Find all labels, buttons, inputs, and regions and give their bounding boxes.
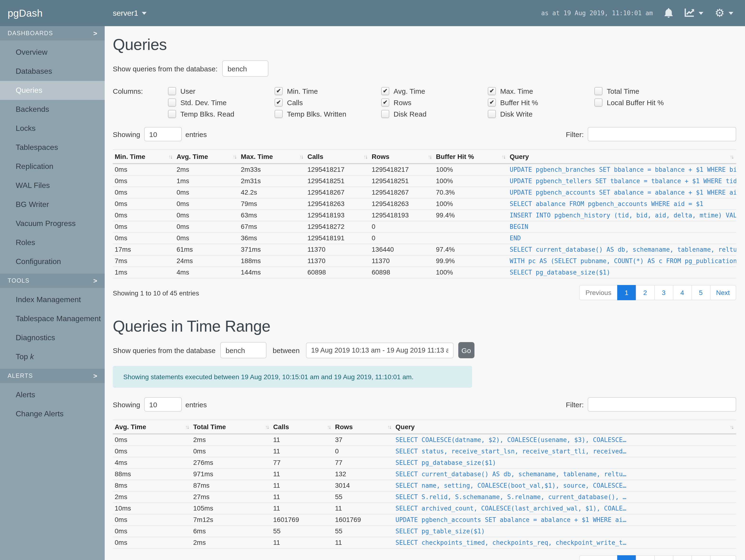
pagination-page-1[interactable]: 1 bbox=[617, 555, 636, 560]
filter-input-2[interactable] bbox=[587, 397, 736, 411]
query-link[interactable]: SELECT abalance FROM pgbench_accounts WH… bbox=[510, 200, 703, 207]
sort-icon[interactable]: ↑↓ bbox=[327, 424, 330, 430]
sort-icon[interactable]: ↑↓ bbox=[730, 424, 733, 430]
query-link[interactable]: SELECT COALESCE(datname, $2), COALESCE(u… bbox=[395, 436, 626, 443]
column-header-avg-time[interactable]: Avg. Time↑↓ bbox=[113, 420, 191, 434]
query-link[interactable]: INSERT INTO pgbench_history (tid, bid, a… bbox=[510, 212, 736, 219]
query-link[interactable]: SELECT status, receive_start_lsn, receiv… bbox=[395, 448, 626, 455]
sort-icon[interactable]: ↑↓ bbox=[168, 154, 172, 159]
query-link[interactable]: WITH pc AS (SELECT pubname, COUNT(*) AS … bbox=[510, 257, 736, 265]
go-button[interactable]: Go bbox=[458, 342, 474, 358]
query-link[interactable]: UPDATE pgbench_accounts SET abalance = a… bbox=[510, 189, 736, 196]
checkbox-std-dev-time[interactable] bbox=[168, 98, 176, 106]
checkbox-calls[interactable] bbox=[274, 98, 283, 106]
pagination-previous[interactable]: Previous bbox=[579, 285, 617, 300]
sidebar-item-wal-files[interactable]: WAL Files bbox=[0, 176, 105, 195]
column-header-query[interactable]: Query↑↓ bbox=[394, 420, 736, 434]
database-input[interactable] bbox=[222, 60, 268, 76]
pagination-previous[interactable]: Previous bbox=[579, 555, 617, 560]
pagination-page-4[interactable]: 4 bbox=[673, 285, 692, 300]
checkbox-disk-read[interactable] bbox=[381, 110, 389, 118]
query-link[interactable]: SELECT pg_table_size($1) bbox=[395, 528, 485, 535]
query-link[interactable]: SELECT S.relid, S.schemaname, S.relname,… bbox=[395, 493, 626, 500]
query-link[interactable]: SELECT current_database() AS db, scheman… bbox=[395, 470, 626, 478]
query-link[interactable]: SELECT pg_database_size($1) bbox=[395, 459, 496, 466]
checkbox-max-time[interactable] bbox=[488, 87, 496, 95]
checkbox-local-buffer-hit[interactable] bbox=[594, 98, 603, 106]
notifications-button[interactable] bbox=[665, 8, 673, 18]
sidebar-item-top-k[interactable]: Top k bbox=[0, 347, 105, 366]
pagination-page-5[interactable]: 5 bbox=[691, 555, 710, 560]
pagination-page-3[interactable]: 3 bbox=[654, 285, 673, 300]
sidebar-item-queries[interactable]: Queries bbox=[0, 81, 105, 100]
sidebar-section-alerts[interactable]: ALERTS> bbox=[0, 369, 105, 383]
pagination-page-4[interactable]: 4 bbox=[673, 555, 692, 560]
sort-icon[interactable]: ↑↓ bbox=[730, 154, 733, 159]
query-link[interactable]: BEGIN bbox=[510, 223, 528, 230]
settings-menu-button[interactable]: ⚙ bbox=[715, 8, 733, 19]
query-link[interactable]: UPDATE pgbench_branches SET bbalance = b… bbox=[510, 166, 736, 173]
column-header-buffer-hit[interactable]: Buffer Hit %↑↓ bbox=[434, 150, 508, 164]
column-header-query[interactable]: Query↑↓ bbox=[508, 150, 736, 164]
query-link[interactable]: UPDATE pgbench_accounts SET abalance = a… bbox=[395, 516, 626, 523]
sidebar-item-tablespace-management[interactable]: Tablespace Management bbox=[0, 309, 105, 328]
sidebar-item-locks[interactable]: Locks bbox=[0, 119, 105, 138]
pagination-page-2[interactable]: 2 bbox=[636, 285, 655, 300]
sidebar-item-change-alerts[interactable]: Change Alerts bbox=[0, 404, 105, 423]
sort-icon[interactable]: ↑↓ bbox=[428, 154, 431, 159]
pagination-next[interactable]: Next bbox=[710, 285, 736, 300]
query-link[interactable]: END bbox=[510, 235, 521, 242]
sidebar-item-alerts[interactable]: Alerts bbox=[0, 385, 105, 404]
sidebar-item-roles[interactable]: Roles bbox=[0, 233, 105, 252]
column-header-total-time[interactable]: Total Time↑↓ bbox=[191, 420, 271, 434]
column-header-rows[interactable]: Rows↑↓ bbox=[333, 420, 394, 434]
sort-icon[interactable]: ↑↓ bbox=[265, 424, 268, 430]
pagination-page-1[interactable]: 1 bbox=[617, 285, 636, 300]
sidebar-item-databases[interactable]: Databases bbox=[0, 62, 105, 81]
pagination-page-5[interactable]: 5 bbox=[691, 285, 710, 300]
checkbox-user[interactable] bbox=[168, 87, 176, 95]
sidebar-item-diagnostics[interactable]: Diagnostics bbox=[0, 328, 105, 347]
checkbox-avg-time[interactable] bbox=[381, 87, 389, 95]
time-range-input[interactable] bbox=[306, 342, 453, 358]
sidebar-item-vacuum-progress[interactable]: Vacuum Progress bbox=[0, 214, 105, 233]
query-link[interactable]: SELECT archived_count, COALESCE(last_arc… bbox=[395, 505, 626, 512]
pagination-page-3[interactable]: 3 bbox=[654, 555, 673, 560]
checkbox-temp-blks-read[interactable] bbox=[168, 110, 176, 118]
column-header-avg-time[interactable]: Avg. Time↑↓ bbox=[175, 150, 239, 164]
page-size-input[interactable] bbox=[144, 127, 182, 141]
sort-icon[interactable]: ↑↓ bbox=[299, 154, 303, 159]
checkbox-rows[interactable] bbox=[381, 98, 389, 106]
checkbox-temp-blks-written[interactable] bbox=[274, 110, 283, 118]
sort-icon[interactable]: ↑↓ bbox=[387, 424, 391, 430]
query-link[interactable]: SELECT pg_database_size($1) bbox=[510, 269, 610, 276]
sidebar-item-index-management[interactable]: Index Management bbox=[0, 290, 105, 309]
pagination-page-2[interactable]: 2 bbox=[636, 555, 655, 560]
query-link[interactable]: SELECT current_database() AS db, scheman… bbox=[510, 246, 736, 253]
query-link[interactable]: SELECT name, setting, COALESCE(boot_val,… bbox=[395, 482, 626, 489]
column-header-calls[interactable]: Calls↑↓ bbox=[305, 150, 370, 164]
sidebar-item-backends[interactable]: Backends bbox=[0, 100, 105, 119]
column-header-rows[interactable]: Rows↑↓ bbox=[370, 150, 434, 164]
sort-icon[interactable]: ↑↓ bbox=[233, 154, 236, 159]
checkbox-disk-write[interactable] bbox=[488, 110, 496, 118]
column-header-calls[interactable]: Calls↑↓ bbox=[271, 420, 333, 434]
charts-menu-button[interactable] bbox=[684, 8, 703, 18]
sidebar-item-bg-writer[interactable]: BG Writer bbox=[0, 195, 105, 214]
sort-icon[interactable]: ↑↓ bbox=[185, 424, 189, 430]
column-header-max-time[interactable]: Max. Time↑↓ bbox=[239, 150, 305, 164]
page-size-input-2[interactable] bbox=[144, 397, 182, 411]
sort-icon[interactable]: ↑↓ bbox=[364, 154, 367, 159]
sidebar-item-tablespaces[interactable]: Tablespaces bbox=[0, 138, 105, 157]
checkbox-min-time[interactable] bbox=[274, 87, 283, 95]
pagination-next[interactable]: Next bbox=[710, 555, 736, 560]
sort-icon[interactable]: ↑↓ bbox=[501, 154, 505, 159]
checkbox-total-time[interactable] bbox=[594, 87, 603, 95]
server-selector[interactable]: server1 bbox=[113, 9, 147, 18]
sidebar-item-configuration[interactable]: Configuration bbox=[0, 252, 105, 271]
sidebar-section-tools[interactable]: TOOLS> bbox=[0, 273, 105, 288]
database-input-2[interactable] bbox=[220, 342, 266, 358]
sidebar-item-replication[interactable]: Replication bbox=[0, 157, 105, 176]
sidebar-section-dashboards[interactable]: DASHBOARDS> bbox=[0, 26, 105, 40]
checkbox-buffer-hit[interactable] bbox=[488, 98, 496, 106]
